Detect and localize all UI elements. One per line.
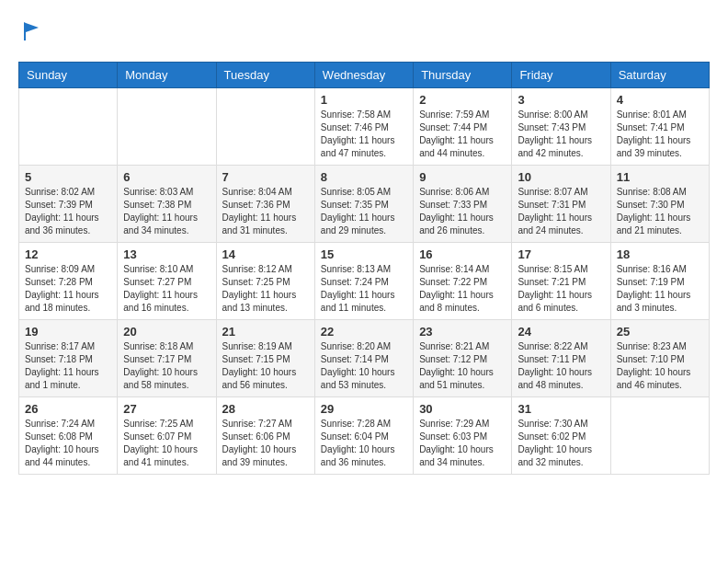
day-info: Sunrise: 8:02 AM Sunset: 7:39 PM Dayligh… xyxy=(25,186,111,237)
calendar-day-cell: 5Sunrise: 8:02 AM Sunset: 7:39 PM Daylig… xyxy=(19,166,118,243)
day-info: Sunrise: 8:09 AM Sunset: 7:28 PM Dayligh… xyxy=(25,263,111,315)
day-number: 17 xyxy=(518,247,604,261)
calendar-day-cell: 13Sunrise: 8:10 AM Sunset: 7:27 PM Dayli… xyxy=(118,243,216,320)
day-info: Sunrise: 7:25 AM Sunset: 6:07 PM Dayligh… xyxy=(123,418,210,469)
weekday-header-cell: Saturday xyxy=(610,63,709,88)
calendar-day-cell: 14Sunrise: 8:12 AM Sunset: 7:25 PM Dayli… xyxy=(216,243,314,320)
day-number: 28 xyxy=(222,402,309,416)
day-number: 26 xyxy=(25,402,111,416)
weekday-header-cell: Wednesday xyxy=(314,63,413,88)
calendar-day-cell xyxy=(216,88,314,166)
day-info: Sunrise: 8:15 AM Sunset: 7:21 PM Dayligh… xyxy=(518,263,604,315)
calendar-day-cell: 8Sunrise: 8:05 AM Sunset: 7:35 PM Daylig… xyxy=(314,166,413,243)
day-info: Sunrise: 7:29 AM Sunset: 6:03 PM Dayligh… xyxy=(419,418,506,469)
day-number: 18 xyxy=(617,247,703,261)
calendar-body: 1Sunrise: 7:58 AM Sunset: 7:46 PM Daylig… xyxy=(19,88,710,475)
day-info: Sunrise: 8:17 AM Sunset: 7:18 PM Dayligh… xyxy=(25,340,111,392)
day-number: 13 xyxy=(123,247,210,261)
calendar-day-cell: 23Sunrise: 8:21 AM Sunset: 7:12 PM Dayli… xyxy=(414,320,512,397)
day-info: Sunrise: 7:24 AM Sunset: 6:08 PM Dayligh… xyxy=(25,418,111,469)
day-info: Sunrise: 7:59 AM Sunset: 7:44 PM Dayligh… xyxy=(419,109,506,160)
calendar-week-row: 19Sunrise: 8:17 AM Sunset: 7:18 PM Dayli… xyxy=(19,320,710,397)
calendar-day-cell: 30Sunrise: 7:29 AM Sunset: 6:03 PM Dayli… xyxy=(414,397,512,475)
day-number: 12 xyxy=(25,247,111,261)
calendar-day-cell: 7Sunrise: 8:04 AM Sunset: 7:36 PM Daylig… xyxy=(216,166,314,243)
calendar-day-cell: 17Sunrise: 8:15 AM Sunset: 7:21 PM Dayli… xyxy=(512,243,610,320)
day-number: 2 xyxy=(419,93,506,107)
calendar-day-cell: 20Sunrise: 8:18 AM Sunset: 7:17 PM Dayli… xyxy=(118,320,216,397)
day-number: 31 xyxy=(518,402,604,416)
day-info: Sunrise: 8:22 AM Sunset: 7:11 PM Dayligh… xyxy=(518,340,604,392)
day-number: 6 xyxy=(123,170,210,184)
weekday-header-cell: Friday xyxy=(512,63,610,88)
day-info: Sunrise: 8:03 AM Sunset: 7:38 PM Dayligh… xyxy=(123,186,210,237)
day-info: Sunrise: 7:58 AM Sunset: 7:46 PM Dayligh… xyxy=(321,109,407,160)
day-info: Sunrise: 8:19 AM Sunset: 7:15 PM Dayligh… xyxy=(222,340,309,392)
day-info: Sunrise: 8:05 AM Sunset: 7:35 PM Dayligh… xyxy=(321,186,407,237)
calendar-day-cell: 12Sunrise: 8:09 AM Sunset: 7:28 PM Dayli… xyxy=(19,243,118,320)
calendar-day-cell: 2Sunrise: 7:59 AM Sunset: 7:44 PM Daylig… xyxy=(414,88,512,166)
calendar-week-row: 12Sunrise: 8:09 AM Sunset: 7:28 PM Dayli… xyxy=(19,243,710,320)
calendar-week-row: 26Sunrise: 7:24 AM Sunset: 6:08 PM Dayli… xyxy=(19,397,710,475)
day-number: 10 xyxy=(518,170,604,184)
calendar-day-cell: 25Sunrise: 8:23 AM Sunset: 7:10 PM Dayli… xyxy=(610,320,709,397)
day-number: 3 xyxy=(518,93,604,107)
day-number: 30 xyxy=(419,402,506,416)
day-number: 15 xyxy=(321,247,407,261)
calendar-day-cell: 10Sunrise: 8:07 AM Sunset: 7:31 PM Dayli… xyxy=(512,166,610,243)
calendar-day-cell: 21Sunrise: 8:19 AM Sunset: 7:15 PM Dayli… xyxy=(216,320,314,397)
calendar-day-cell: 15Sunrise: 8:13 AM Sunset: 7:24 PM Dayli… xyxy=(314,243,413,320)
day-info: Sunrise: 8:20 AM Sunset: 7:14 PM Dayligh… xyxy=(321,340,407,392)
weekday-header-cell: Sunday xyxy=(19,63,118,88)
day-number: 29 xyxy=(321,402,407,416)
weekday-header-cell: Thursday xyxy=(414,63,512,88)
logo xyxy=(18,18,46,48)
day-info: Sunrise: 8:00 AM Sunset: 7:43 PM Dayligh… xyxy=(518,109,604,160)
day-info: Sunrise: 8:07 AM Sunset: 7:31 PM Dayligh… xyxy=(518,186,604,237)
day-number: 21 xyxy=(222,325,309,339)
day-info: Sunrise: 7:30 AM Sunset: 6:02 PM Dayligh… xyxy=(518,418,604,469)
day-info: Sunrise: 8:08 AM Sunset: 7:30 PM Dayligh… xyxy=(617,186,703,237)
weekday-header-row: SundayMondayTuesdayWednesdayThursdayFrid… xyxy=(19,63,710,88)
day-info: Sunrise: 7:28 AM Sunset: 6:04 PM Dayligh… xyxy=(321,418,407,469)
logo-flag-icon xyxy=(20,18,46,44)
calendar-day-cell: 29Sunrise: 7:28 AM Sunset: 6:04 PM Dayli… xyxy=(314,397,413,475)
calendar-day-cell: 16Sunrise: 8:14 AM Sunset: 7:22 PM Dayli… xyxy=(414,243,512,320)
day-number: 7 xyxy=(222,170,309,184)
day-info: Sunrise: 8:04 AM Sunset: 7:36 PM Dayligh… xyxy=(222,186,309,237)
calendar-day-cell: 19Sunrise: 8:17 AM Sunset: 7:18 PM Dayli… xyxy=(19,320,118,397)
day-number: 16 xyxy=(419,247,506,261)
day-info: Sunrise: 8:10 AM Sunset: 7:27 PM Dayligh… xyxy=(123,263,210,315)
day-number: 24 xyxy=(518,325,604,339)
calendar-day-cell: 24Sunrise: 8:22 AM Sunset: 7:11 PM Dayli… xyxy=(512,320,610,397)
calendar-day-cell: 22Sunrise: 8:20 AM Sunset: 7:14 PM Dayli… xyxy=(314,320,413,397)
calendar-day-cell xyxy=(118,88,216,166)
day-number: 1 xyxy=(321,93,407,107)
day-info: Sunrise: 8:21 AM Sunset: 7:12 PM Dayligh… xyxy=(419,340,506,392)
day-info: Sunrise: 8:13 AM Sunset: 7:24 PM Dayligh… xyxy=(321,263,407,315)
calendar-day-cell: 3Sunrise: 8:00 AM Sunset: 7:43 PM Daylig… xyxy=(512,88,610,166)
day-info: Sunrise: 8:14 AM Sunset: 7:22 PM Dayligh… xyxy=(419,263,506,315)
day-number: 25 xyxy=(617,325,703,339)
calendar-day-cell: 26Sunrise: 7:24 AM Sunset: 6:08 PM Dayli… xyxy=(19,397,118,475)
day-number: 8 xyxy=(321,170,407,184)
day-info: Sunrise: 8:18 AM Sunset: 7:17 PM Dayligh… xyxy=(123,340,210,392)
day-number: 20 xyxy=(123,325,210,339)
day-info: Sunrise: 8:12 AM Sunset: 7:25 PM Dayligh… xyxy=(222,263,309,315)
calendar-day-cell: 4Sunrise: 8:01 AM Sunset: 7:41 PM Daylig… xyxy=(610,88,709,166)
calendar-day-cell: 11Sunrise: 8:08 AM Sunset: 7:30 PM Dayli… xyxy=(610,166,709,243)
day-info: Sunrise: 8:06 AM Sunset: 7:33 PM Dayligh… xyxy=(419,186,506,237)
page-header xyxy=(18,18,710,48)
calendar-day-cell: 18Sunrise: 8:16 AM Sunset: 7:19 PM Dayli… xyxy=(610,243,709,320)
day-number: 11 xyxy=(617,170,703,184)
day-number: 22 xyxy=(321,325,407,339)
day-number: 27 xyxy=(123,402,210,416)
calendar-day-cell: 6Sunrise: 8:03 AM Sunset: 7:38 PM Daylig… xyxy=(118,166,216,243)
day-number: 4 xyxy=(617,93,703,107)
svg-marker-0 xyxy=(24,22,39,40)
day-number: 14 xyxy=(222,247,309,261)
day-info: Sunrise: 8:16 AM Sunset: 7:19 PM Dayligh… xyxy=(617,263,703,315)
calendar-week-row: 5Sunrise: 8:02 AM Sunset: 7:39 PM Daylig… xyxy=(19,166,710,243)
calendar-day-cell: 31Sunrise: 7:30 AM Sunset: 6:02 PM Dayli… xyxy=(512,397,610,475)
day-info: Sunrise: 8:23 AM Sunset: 7:10 PM Dayligh… xyxy=(617,340,703,392)
